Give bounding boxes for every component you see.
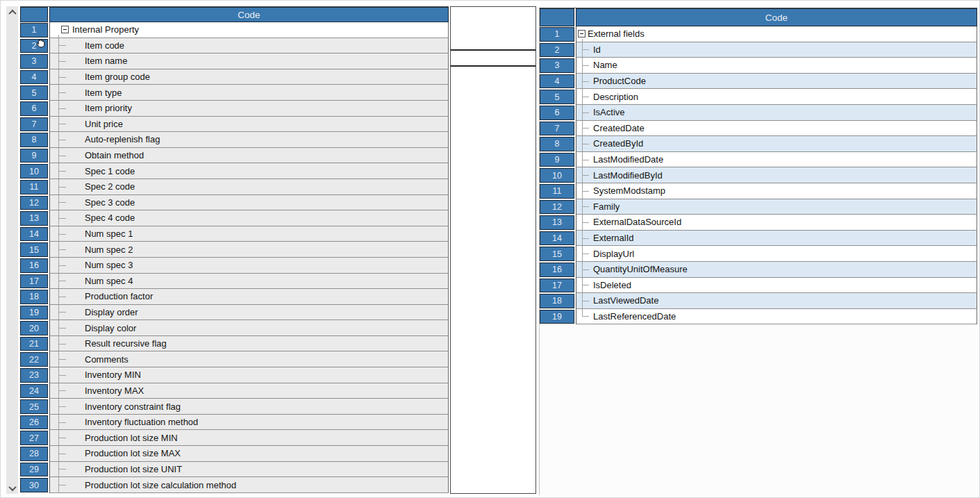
grid-row[interactable]: 19LastReferencedDate (540, 309, 977, 325)
tree-collapse-icon[interactable] (61, 26, 69, 33)
row-data-cell[interactable]: Inventory fluctuation method (49, 415, 449, 431)
grid-row[interactable]: 27Production lot size MIN (20, 430, 449, 446)
row-number-cell[interactable]: 7 (20, 117, 48, 133)
mapping-connection-line[interactable] (451, 65, 535, 67)
row-data-cell[interactable]: CreatedDate (576, 121, 977, 137)
row-number-cell[interactable]: 7 (540, 121, 574, 137)
grid-row[interactable]: 25Inventory constraint flag (20, 399, 449, 415)
row-data-cell[interactable]: CreatedById (576, 136, 977, 152)
grid-row[interactable]: 30Production lot size calculation method (20, 477, 449, 493)
row-data-cell[interactable]: Inventory MAX (49, 383, 449, 399)
grid-row[interactable]: 6Item priority (20, 101, 449, 117)
row-data-cell[interactable]: ExternalDataSourceId (576, 215, 977, 231)
row-data-cell[interactable]: Item priority (49, 101, 449, 117)
row-number-cell[interactable]: 25 (20, 399, 48, 415)
row-number-cell[interactable]: 13 (20, 210, 48, 226)
row-number-cell[interactable]: 9 (540, 152, 574, 168)
row-number-cell[interactable]: 24 (20, 383, 48, 399)
row-number-cell[interactable]: 5 (20, 85, 48, 101)
row-data-cell[interactable]: DisplayUrl (576, 246, 977, 262)
row-data-cell[interactable]: Auto-replenish flag (49, 132, 449, 148)
grid-row[interactable]: 10Spec 1 code (20, 163, 449, 179)
grid-row[interactable]: 11Spec 2 code (20, 179, 449, 195)
row-number-cell[interactable]: 22 (20, 351, 48, 367)
grid-row[interactable]: 9LastModifiedDate (540, 152, 977, 168)
grid-row[interactable]: 15Num spec 2 (20, 242, 449, 258)
row-data-cell[interactable]: Unit price (49, 117, 449, 133)
row-data-cell[interactable]: Num spec 2 (49, 242, 449, 258)
row-number-cell[interactable]: 14 (20, 226, 48, 242)
row-number-cell[interactable]: 11 (20, 179, 48, 195)
grid-row[interactable]: 9Obtain method (20, 148, 449, 164)
grid-row[interactable]: 20Display color (20, 320, 449, 336)
grid-row[interactable]: 7CreatedDate (540, 121, 977, 137)
row-number-cell[interactable]: 23 (20, 367, 48, 383)
row-number-cell[interactable]: 15 (20, 242, 48, 258)
grid-row[interactable]: 2Id (540, 42, 977, 58)
row-number-cell[interactable]: 8 (540, 136, 574, 152)
row-data-cell[interactable]: Description (576, 89, 977, 105)
row-number-cell[interactable]: 12 (540, 199, 574, 215)
row-number-cell[interactable]: 16 (540, 262, 574, 278)
row-data-cell[interactable]: Item name (49, 53, 449, 69)
row-number-cell[interactable]: 28 (20, 446, 48, 462)
row-data-cell[interactable]: Spec 4 code (49, 210, 449, 226)
grid-row[interactable]: 22Comments (20, 351, 449, 367)
grid-row[interactable]: 7Unit price (20, 117, 449, 133)
row-number-cell[interactable]: 5 (540, 89, 574, 105)
grid-row[interactable]: 23Inventory MIN (20, 367, 449, 383)
vertical-scrollbar[interactable] (6, 6, 18, 494)
row-data-cell[interactable]: Id (576, 42, 977, 58)
row-data-cell[interactable]: ProductCode (576, 74, 977, 90)
row-data-cell[interactable]: Item group code (49, 69, 449, 85)
row-data-cell[interactable]: Item type (49, 85, 449, 101)
row-number-cell[interactable]: 19 (540, 309, 574, 325)
row-data-cell[interactable]: LastViewedDate (576, 293, 977, 309)
grid-row[interactable]: 4Item group code (20, 69, 449, 85)
row-data-cell[interactable]: LastModifiedById (576, 167, 977, 183)
grid-row[interactable]: 17IsDeleted (540, 278, 977, 294)
row-data-cell[interactable]: Production lot size calculation method (49, 477, 449, 493)
grid-row[interactable]: 21Result recursive flag (20, 336, 449, 352)
mapping-connection-line[interactable] (451, 49, 535, 51)
grid-row[interactable]: 19Display order (20, 305, 449, 321)
grid-row[interactable]: 28Production lot size MAX (20, 446, 449, 462)
row-data-cell[interactable]: Num spec 4 (49, 274, 449, 290)
row-data-cell[interactable]: Inventory constraint flag (49, 399, 449, 415)
row-number-cell[interactable]: 11 (540, 183, 574, 199)
row-number-cell[interactable]: 2 (20, 38, 48, 54)
row-number-cell[interactable]: 15 (540, 246, 574, 262)
row-number-cell[interactable]: 27 (20, 430, 48, 446)
grid-row[interactable]: 18LastViewedDate (540, 293, 977, 309)
row-data-cell[interactable]: Result recursive flag (49, 336, 449, 352)
row-data-cell[interactable]: Spec 1 code (49, 163, 449, 179)
row-data-cell[interactable]: LastModifiedDate (576, 152, 977, 168)
grid-row[interactable]: 12Family (540, 199, 977, 215)
row-number-cell[interactable]: 10 (540, 167, 574, 183)
grid-row[interactable]: 2Item code (20, 38, 449, 54)
row-number-cell[interactable]: 30 (20, 477, 48, 493)
grid-row[interactable]: 5Item type (20, 85, 449, 101)
grid-row[interactable]: 13Spec 4 code (20, 210, 449, 226)
row-number-cell[interactable]: 10 (20, 163, 48, 179)
grid-row[interactable]: 18Production factor (20, 289, 449, 305)
row-data-cell[interactable]: Production factor (49, 289, 449, 305)
grid-row[interactable]: 5Description (540, 89, 977, 105)
grid-row[interactable]: 3Item name (20, 53, 449, 69)
row-data-cell[interactable]: IsActive (576, 105, 977, 121)
row-data-cell[interactable]: SystemModstamp (576, 183, 977, 199)
row-number-cell[interactable]: 4 (540, 74, 574, 90)
grid-row[interactable]: 1External fields (540, 26, 977, 42)
row-data-cell[interactable]: Production lot size MAX (49, 446, 449, 462)
row-number-cell[interactable]: 17 (20, 274, 48, 290)
grid-row[interactable]: 24Inventory MAX (20, 383, 449, 399)
row-number-cell[interactable]: 21 (20, 336, 48, 352)
row-data-cell[interactable]: Production lot size MIN (49, 430, 449, 446)
scroll-up-button[interactable] (6, 6, 18, 18)
row-data-cell[interactable]: Family (576, 199, 977, 215)
grid-row[interactable]: 16Num spec 3 (20, 258, 449, 274)
mapping-canvas[interactable] (450, 6, 536, 494)
row-number-cell[interactable]: 2 (540, 42, 574, 58)
grid-row[interactable]: 8Auto-replenish flag (20, 132, 449, 148)
row-number-cell[interactable]: 17 (540, 278, 574, 294)
